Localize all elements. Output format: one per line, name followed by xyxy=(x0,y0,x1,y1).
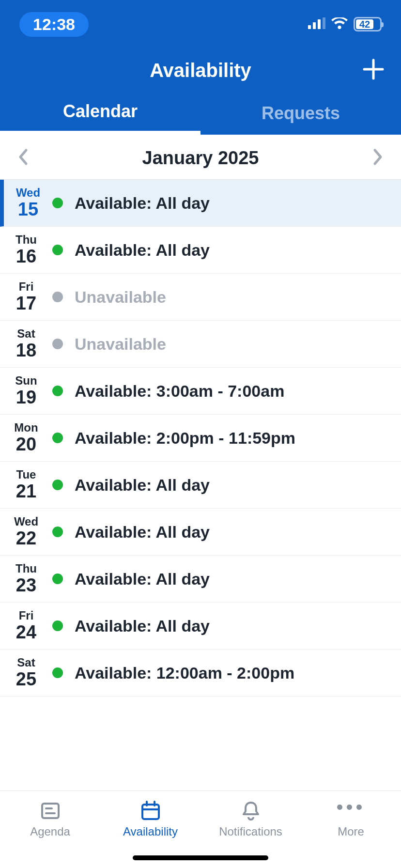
availability-status: Available: All day xyxy=(75,570,210,589)
title-row: Availability xyxy=(0,48,401,92)
wifi-icon xyxy=(331,17,348,31)
weekday-label: Fri xyxy=(19,280,34,294)
svg-rect-1 xyxy=(313,22,316,29)
nav-agenda-label: Agenda xyxy=(30,825,70,838)
day-row[interactable]: Sun19Available: 3:00am - 7:00am xyxy=(0,368,401,415)
available-dot-icon xyxy=(52,667,63,678)
availability-status: Available: All day xyxy=(75,617,210,636)
tab-requests[interactable]: Requests xyxy=(200,92,401,135)
availability-status: Available: 12:00am - 2:00pm xyxy=(75,664,294,682)
chevron-left-icon xyxy=(16,147,30,167)
month-navigator: January 2025 xyxy=(0,135,401,180)
day-row[interactable]: Sat25Available: 12:00am - 2:00pm xyxy=(0,650,401,697)
status-time: 12:38 xyxy=(19,12,89,37)
availability-status: Available: All day xyxy=(75,523,210,542)
day-number: 24 xyxy=(16,622,36,643)
add-button[interactable] xyxy=(362,58,385,82)
availability-list: Wed15Available: All dayThu16Available: A… xyxy=(0,180,401,697)
available-dot-icon xyxy=(52,245,63,255)
day-number: 23 xyxy=(16,575,36,596)
available-dot-icon xyxy=(52,433,63,443)
svg-rect-6 xyxy=(42,804,59,818)
availability-status: Available: All day xyxy=(75,194,210,213)
nav-more[interactable]: ••• More xyxy=(301,791,401,868)
available-dot-icon xyxy=(52,527,63,537)
date-cell: Mon20 xyxy=(0,421,52,455)
available-dot-icon xyxy=(52,574,63,584)
day-number: 15 xyxy=(18,200,38,220)
day-number: 20 xyxy=(16,434,36,455)
svg-rect-9 xyxy=(142,805,159,819)
weekday-label: Thu xyxy=(15,233,37,247)
cellular-signal-icon xyxy=(308,17,325,31)
battery-level: 42 xyxy=(356,19,373,29)
available-dot-icon xyxy=(52,480,63,490)
availability-status: Available: 3:00am - 7:00am xyxy=(75,382,284,401)
day-row[interactable]: Wed22Available: All day xyxy=(0,509,401,556)
day-number: 25 xyxy=(16,669,36,690)
availability-status: Available: All day xyxy=(75,476,210,495)
tab-calendar[interactable]: Calendar xyxy=(0,92,200,135)
day-row[interactable]: Fri24Available: All day xyxy=(0,603,401,650)
day-number: 19 xyxy=(16,388,36,408)
page-title: Availability xyxy=(150,60,251,81)
weekday-label: Sat xyxy=(17,327,35,341)
app-header: Availability Calendar Requests xyxy=(0,48,401,135)
date-cell: Wed15 xyxy=(4,186,52,220)
prev-month-button[interactable] xyxy=(16,147,30,169)
weekday-label: Wed xyxy=(16,186,40,200)
day-row[interactable]: Thu16Available: All day xyxy=(0,227,401,274)
weekday-label: Mon xyxy=(14,421,38,434)
weekday-label: Thu xyxy=(15,562,37,575)
date-cell: Thu16 xyxy=(0,233,52,267)
weekday-label: Tue xyxy=(16,468,36,481)
day-row[interactable]: Sat18Unavailable xyxy=(0,321,401,368)
available-dot-icon xyxy=(52,198,63,208)
date-cell: Fri17 xyxy=(0,280,52,314)
available-dot-icon xyxy=(52,620,63,631)
day-row[interactable]: Thu23Available: All day xyxy=(0,556,401,603)
unavailable-dot-icon xyxy=(52,339,63,349)
svg-rect-0 xyxy=(308,25,311,29)
nav-availability-label: Availability xyxy=(123,825,178,838)
weekday-label: Sat xyxy=(17,656,35,669)
date-cell: Fri24 xyxy=(0,609,52,643)
chevron-right-icon xyxy=(371,147,385,167)
date-cell: Tue21 xyxy=(0,468,52,502)
date-cell: Wed22 xyxy=(0,515,52,549)
agenda-icon xyxy=(39,800,62,822)
day-number: 21 xyxy=(16,481,36,502)
day-number: 17 xyxy=(16,294,36,314)
status-bar: 12:38 42 xyxy=(0,0,401,48)
date-cell: Sun19 xyxy=(0,374,52,408)
next-month-button[interactable] xyxy=(371,147,385,169)
day-row[interactable]: Wed15Available: All day xyxy=(0,180,401,227)
day-number: 16 xyxy=(16,247,36,267)
date-cell: Thu23 xyxy=(0,562,52,596)
plus-icon xyxy=(362,58,385,80)
more-icon: ••• xyxy=(336,800,365,822)
month-label: January 2025 xyxy=(142,148,259,169)
date-cell: Sat25 xyxy=(0,656,52,690)
weekday-label: Wed xyxy=(14,515,38,528)
calendar-icon xyxy=(139,800,162,822)
availability-status: Unavailable xyxy=(75,288,166,307)
day-number: 22 xyxy=(16,528,36,549)
nav-notifications-label: Notifications xyxy=(219,825,282,838)
day-row[interactable]: Fri17Unavailable xyxy=(0,274,401,321)
day-row[interactable]: Tue21Available: All day xyxy=(0,462,401,509)
svg-rect-2 xyxy=(318,19,321,29)
bell-icon xyxy=(240,800,262,822)
day-row[interactable]: Mon20Available: 2:00pm - 11:59pm xyxy=(0,415,401,462)
weekday-label: Sun xyxy=(15,374,37,388)
availability-status: Unavailable xyxy=(75,335,166,354)
availability-status: Available: 2:00pm - 11:59pm xyxy=(75,429,295,448)
nav-agenda[interactable]: Agenda xyxy=(0,791,100,868)
availability-status: Available: All day xyxy=(75,241,210,260)
available-dot-icon xyxy=(52,386,63,396)
home-indicator xyxy=(133,855,268,860)
svg-rect-3 xyxy=(323,17,325,29)
unavailable-dot-icon xyxy=(52,292,63,302)
status-icons: 42 xyxy=(308,17,382,31)
battery-icon: 42 xyxy=(354,17,382,31)
